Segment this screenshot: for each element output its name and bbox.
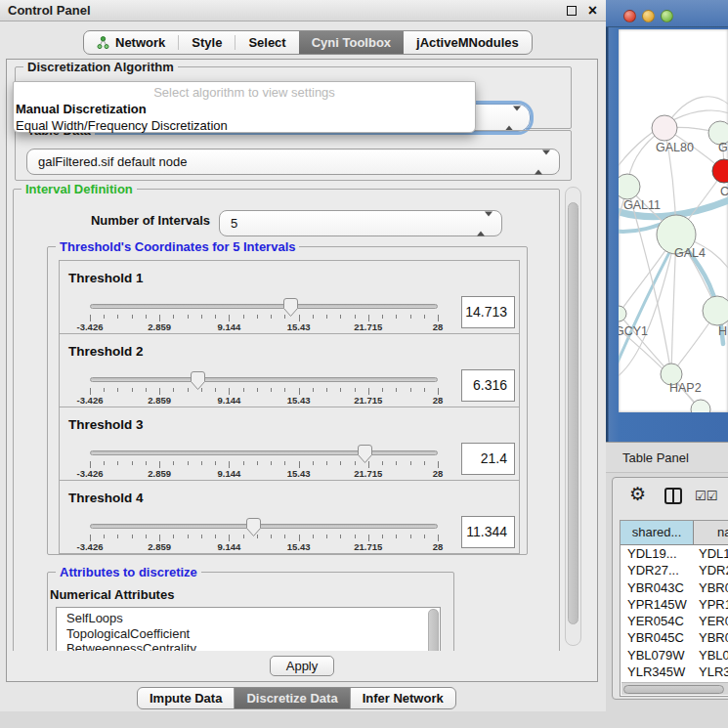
combo-value: 5 <box>231 211 237 236</box>
cell-shared-name: YLR345W <box>621 664 694 680</box>
numerical-attributes-list[interactable]: SelfLoopsTopologicalCoefficientBetweenne… <box>56 607 441 651</box>
table-row[interactable]: YPR145WYPR1 <box>621 596 728 613</box>
network-node[interactable] <box>619 174 640 199</box>
threshold-panel: Threshold 1 -3.4262.8599.14415.4321.7152… <box>59 260 520 334</box>
slider-track[interactable] <box>90 304 438 309</box>
columns-icon[interactable] <box>664 488 682 504</box>
column-header-name[interactable]: na <box>694 521 728 544</box>
tab-select[interactable]: Select <box>236 31 298 54</box>
table-row[interactable]: YBR043CYBR0 <box>621 579 728 596</box>
zoom-traffic-light-icon[interactable] <box>661 10 673 22</box>
scrollbar-thumb[interactable] <box>623 685 724 694</box>
cell-name: YLR3 <box>694 664 728 680</box>
network-window: GAL80G.CGAL11GAL4GCY1HHAP2 <box>606 0 728 442</box>
table-row[interactable]: YLR345WYLR3 <box>621 664 728 680</box>
node-label: HAP2 <box>669 381 702 395</box>
slider-track[interactable] <box>90 450 438 455</box>
gear-icon[interactable]: ⚙ <box>629 484 646 505</box>
tick-mark <box>382 388 383 392</box>
num-intervals-combobox[interactable]: 5 <box>219 210 502 236</box>
tick-mark <box>229 315 230 321</box>
network-node[interactable] <box>652 115 677 141</box>
threshold-slider[interactable]: -3.4262.8599.14415.4321.71528 <box>90 443 438 480</box>
tick-mark <box>146 388 147 392</box>
threshold-slider[interactable]: -3.4262.8599.14415.4321.71528 <box>90 369 438 407</box>
list-item[interactable]: BetweennessCentrality <box>57 641 440 651</box>
close-traffic-light-icon[interactable] <box>623 10 636 22</box>
network-node[interactable] <box>703 296 728 325</box>
tick-mark <box>355 315 356 319</box>
threshold-value[interactable]: 14.713 <box>461 296 515 328</box>
tick-mark <box>382 535 383 538</box>
close-icon[interactable]: × <box>588 0 597 21</box>
threshold-stack: Threshold 1 -3.4262.8599.14415.4321.7152… <box>48 260 527 554</box>
popup-item[interactable]: Equal Width/Frequency Discretization <box>14 118 475 135</box>
list-scrollbar[interactable] <box>428 609 439 651</box>
list-item[interactable]: TopologicalCoefficient <box>57 626 440 642</box>
slider-track[interactable] <box>90 377 438 382</box>
cell-name: YDL1 <box>694 545 728 562</box>
tab-network[interactable]: Network <box>84 31 178 54</box>
table-header-row: shared... na <box>621 521 728 545</box>
network-node[interactable] <box>619 306 626 321</box>
table-row[interactable]: YDR27...YDR2 <box>621 562 728 578</box>
scrollbar-thumb[interactable] <box>568 202 578 624</box>
network-graph[interactable]: GAL80G.CGAL11GAL4GCY1HHAP2 <box>619 29 728 412</box>
tick-mark <box>117 315 118 319</box>
bottom-tab-bar: Impute DataDiscretize DataInfer Network <box>137 687 456 709</box>
tick-mark <box>90 388 91 395</box>
combo-arrows-icon <box>477 216 492 231</box>
table-row[interactable]: YDL19...YDL1 <box>621 545 728 562</box>
minimize-traffic-light-icon[interactable] <box>642 10 655 22</box>
tab-style[interactable]: Style <box>179 31 235 54</box>
tick-mark <box>284 535 285 538</box>
tick-mark <box>410 315 411 319</box>
tick-label: 15.43 <box>287 468 311 479</box>
network-view[interactable]: GAL80G.CGAL11GAL4GCY1HHAP2 <box>619 29 728 412</box>
table-row[interactable]: YBL079WYBL0 <box>621 647 728 664</box>
tick-mark <box>396 315 397 319</box>
combo-arrows-icon <box>535 154 550 169</box>
tick-mark <box>299 315 300 321</box>
tick-mark <box>340 388 341 392</box>
threshold-value[interactable]: 11.344 <box>461 516 515 548</box>
tab-label: Select <box>248 35 285 50</box>
list-item[interactable]: SelfLoops <box>57 611 440 626</box>
checkboxes-icon[interactable]: ☑☑ <box>695 489 717 503</box>
slider-ticks <box>90 386 438 395</box>
tick-mark <box>159 535 160 541</box>
cell-name: YER0 <box>694 613 728 629</box>
table-row[interactable]: YER054CYER0 <box>621 613 728 629</box>
threshold-slider[interactable]: -3.4262.8599.14415.4321.71528 <box>90 516 438 553</box>
node-label: GAL11 <box>623 198 661 212</box>
tick-mark <box>132 315 133 319</box>
table-hscrollbar[interactable] <box>621 682 728 695</box>
tick-label: 28 <box>433 321 444 332</box>
node-table[interactable]: shared... na YDL19...YDL1YDR27...YDR2YBR… <box>620 520 728 697</box>
tick-mark <box>159 388 160 395</box>
threshold-slider[interactable]: -3.4262.8599.14415.4321.71528 <box>90 296 438 333</box>
float-window-icon[interactable] <box>567 6 577 16</box>
apply-button[interactable]: Apply <box>270 656 334 676</box>
node-label: C <box>720 185 728 198</box>
tab-infer-network[interactable]: Infer Network <box>351 688 455 708</box>
tab-discretize-data[interactable]: Discretize Data <box>235 688 349 708</box>
slider-tick-labels: -3.4262.8599.14415.4321.71528 <box>90 541 438 553</box>
tick-mark <box>355 388 356 392</box>
column-header-shared-name[interactable]: shared... <box>621 521 694 544</box>
popup-item[interactable]: Manual Discretization <box>14 102 475 118</box>
popup-hint-item[interactable]: Select algorithm to view settings <box>14 85 475 102</box>
panel-scrollbar[interactable] <box>565 187 581 646</box>
tick-mark <box>382 461 383 465</box>
bottom-strip <box>0 711 606 728</box>
tab-jactivemnodules[interactable]: jActiveMNodules <box>404 31 532 54</box>
tick-label: 21.715 <box>354 541 382 552</box>
threshold-value[interactable]: 6.316 <box>461 369 515 402</box>
threshold-value[interactable]: 21.4 <box>461 443 515 475</box>
table-data-combobox[interactable]: galFiltered.sif default node <box>26 149 560 175</box>
tab-cyni-toolbox[interactable]: Cyni Toolbox <box>299 31 404 54</box>
tick-mark <box>117 535 118 538</box>
table-row[interactable]: YBR045CYBR0 <box>621 629 728 646</box>
tab-impute-data[interactable]: Impute Data <box>138 688 234 708</box>
slider-track[interactable] <box>90 524 438 529</box>
